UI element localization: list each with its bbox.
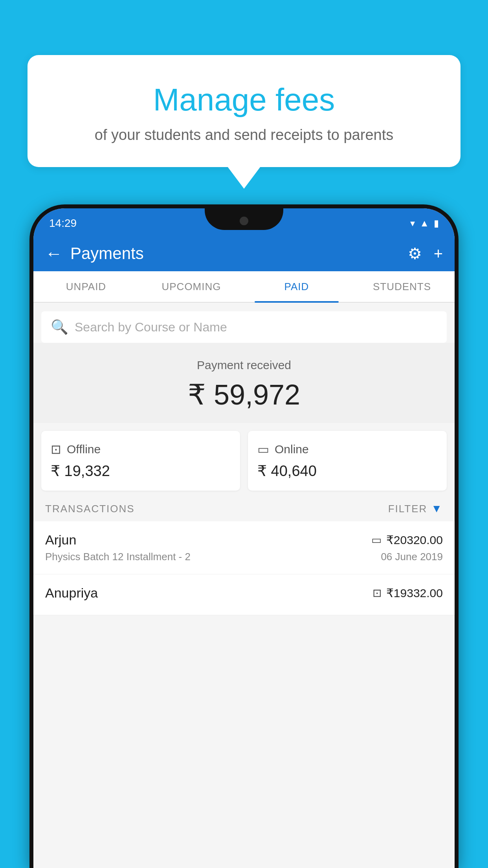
back-button[interactable]: ← [45,244,62,263]
search-icon: 🔍 [51,319,68,335]
bubble-title: Manage fees [51,83,437,117]
transactions-label: TRANSACTIONS [45,503,135,515]
online-card: ▭ Online ₹ 40,640 [248,431,447,491]
table-row[interactable]: Arjun ▭ ₹20320.00 Physics Batch 12 Insta… [33,521,455,574]
tab-paid[interactable]: PAID [244,271,349,302]
offline-icon: ⊡ [51,442,61,457]
camera [240,217,248,225]
status-time: 14:29 [49,217,77,230]
bubble-subtitle: of your students and send receipts to pa… [51,127,437,143]
phone-frame: 14:29 ▾ ▲ ▮ ← Payments ⚙ + UNPAID UPCOMI… [29,204,459,868]
tab-unpaid[interactable]: UNPAID [33,271,139,302]
phone-notch [205,208,283,230]
phone-screen: 14:29 ▾ ▲ ▮ ← Payments ⚙ + UNPAID UPCOMI… [33,208,455,868]
add-icon[interactable]: + [434,245,443,263]
search-placeholder: Search by Course or Name [75,320,227,335]
app-header: ← Payments ⚙ + [33,236,455,271]
transaction-bottom: Physics Batch 12 Installment - 2 06 June… [45,551,443,563]
offline-payment-icon: ⊡ [372,587,382,600]
transaction-amount: ▭ ₹20320.00 [371,533,443,547]
offline-amount: ₹ 19,332 [51,462,231,480]
transaction-name: Arjun [45,532,76,548]
content-area: 🔍 Search by Course or Name Payment recei… [33,303,455,868]
filter-label: FILTER [388,503,427,515]
payment-received-label: Payment received [45,359,443,372]
header-title: Payments [70,244,408,263]
transaction-amount: ⊡ ₹19332.00 [372,586,443,600]
battery-icon: ▮ [434,218,439,229]
payment-summary: Payment received ₹ 59,972 [33,343,455,423]
tab-upcoming[interactable]: UPCOMING [139,271,244,302]
search-bar[interactable]: 🔍 Search by Course or Name [41,311,447,343]
speech-bubble: Manage fees of your students and send re… [28,55,460,167]
filter-icon: ▼ [431,502,443,515]
online-payment-icon: ▭ [371,533,382,546]
settings-icon[interactable]: ⚙ [408,245,422,263]
table-row[interactable]: Anupriya ⊡ ₹19332.00 [33,574,455,615]
online-amount: ₹ 40,640 [257,462,437,480]
transactions-header: TRANSACTIONS FILTER ▼ [33,491,455,521]
signal-icon: ▲ [420,218,429,229]
header-actions: ⚙ + [408,245,443,263]
tab-students[interactable]: STUDENTS [349,271,455,302]
offline-card-header: ⊡ Offline [51,442,231,457]
transaction-top: Arjun ▭ ₹20320.00 [45,532,443,548]
transaction-date: 06 June 2019 [381,551,443,563]
offline-label: Offline [67,443,101,456]
wifi-icon: ▾ [410,218,415,229]
tabs-bar: UNPAID UPCOMING PAID STUDENTS [33,271,455,303]
transaction-name: Anupriya [45,585,98,601]
transaction-top: Anupriya ⊡ ₹19332.00 [45,585,443,601]
transaction-description: Physics Batch 12 Installment - 2 [45,551,191,563]
payment-cards: ⊡ Offline ₹ 19,332 ▭ Online ₹ 40,640 [41,431,447,491]
payment-total-amount: ₹ 59,972 [45,378,443,411]
online-card-header: ▭ Online [257,442,437,457]
online-icon: ▭ [257,442,269,457]
online-label: Online [275,443,309,456]
filter-button[interactable]: FILTER ▼ [388,502,443,515]
offline-card: ⊡ Offline ₹ 19,332 [41,431,240,491]
status-icons: ▾ ▲ ▮ [410,218,439,229]
